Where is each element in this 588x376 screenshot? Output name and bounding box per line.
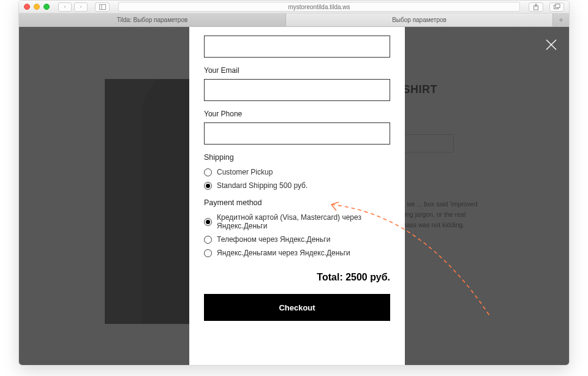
radio-icon xyxy=(204,168,212,176)
radio-icon xyxy=(204,249,212,257)
browser-window: ‹ › mystoreontilda.tilda.ws Tilda: Выбор… xyxy=(18,0,570,366)
payment-option-1[interactable]: Телефоном через Яндекс.Деньги xyxy=(204,235,390,244)
titlebar: ‹ › mystoreontilda.tilda.ws xyxy=(19,1,569,13)
address-bar[interactable]: mystoreontilda.tilda.ws xyxy=(118,2,520,12)
nav-back-button[interactable]: ‹ xyxy=(58,2,72,12)
payment-title: Payment method xyxy=(204,198,390,207)
email-label: Your Email xyxy=(204,66,390,75)
phone-field[interactable] xyxy=(204,122,390,145)
name-field[interactable] xyxy=(204,36,390,58)
payment-option-label: Телефоном через Яндекс.Деньги xyxy=(217,235,330,244)
shipping-option-label: Standard Shipping 500 руб. xyxy=(217,181,307,190)
payment-option-2[interactable]: Яндекс.Деньгами через Яндекс.Деньги xyxy=(204,249,390,257)
sidebar-toggle-button[interactable] xyxy=(95,2,110,12)
browser-tab-1[interactable]: Выбор параметров xyxy=(286,13,553,26)
svg-rect-0 xyxy=(99,4,105,9)
svg-rect-4 xyxy=(556,4,560,8)
total-label: Total: 2500 руб. xyxy=(204,272,390,283)
checkout-button[interactable]: Checkout xyxy=(204,294,390,321)
phone-label: Your Phone xyxy=(204,110,390,118)
shipping-option-0[interactable]: Customer Pickup xyxy=(204,168,390,176)
shipping-title: Shipping xyxy=(204,153,390,162)
payment-option-0[interactable]: Кредитной картой (Visa, Mastercard) чере… xyxy=(204,213,390,230)
window-minimize-button[interactable] xyxy=(34,4,40,10)
window-close-button[interactable] xyxy=(24,4,30,10)
nav-forward-button[interactable]: › xyxy=(74,2,88,12)
payment-option-label: Кредитной картой (Visa, Mastercard) чере… xyxy=(217,213,390,230)
tabs-overview-button[interactable] xyxy=(549,2,564,12)
radio-icon xyxy=(204,236,212,244)
payment-option-label: Яндекс.Деньгами через Яндекс.Деньги xyxy=(217,249,350,257)
email-field[interactable] xyxy=(204,79,390,101)
share-button[interactable] xyxy=(529,2,543,12)
viewport: V-ZA CREW SWEATSHIRT 954.29 руб. NOW fir… xyxy=(19,27,569,365)
radio-icon xyxy=(204,218,212,226)
window-zoom-button[interactable] xyxy=(43,4,50,10)
shipping-option-1[interactable]: Standard Shipping 500 руб. xyxy=(204,181,390,190)
close-icon[interactable] xyxy=(545,38,558,51)
radio-icon xyxy=(204,182,212,190)
new-tab-button[interactable]: + xyxy=(553,13,569,26)
browser-tabs: Tilda: Выбор параметров Выбор параметров… xyxy=(19,13,569,27)
checkout-modal: Your Email Your Phone Shipping Customer … xyxy=(189,27,405,365)
shipping-option-label: Customer Pickup xyxy=(217,168,273,176)
browser-tab-0[interactable]: Tilda: Выбор параметров xyxy=(19,13,286,26)
